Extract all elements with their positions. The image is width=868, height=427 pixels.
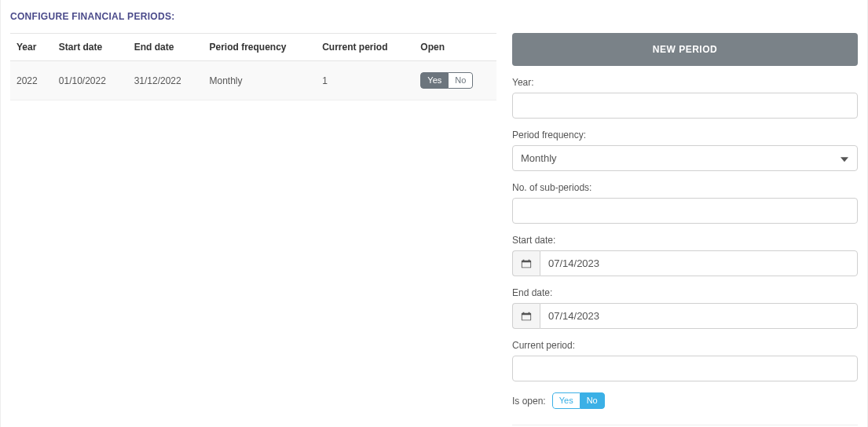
- content-row: Year Start date End date Period frequenc…: [10, 33, 858, 427]
- cell-period-frequency: Monthly: [203, 61, 316, 100]
- col-current-period: Current period: [316, 34, 414, 61]
- year-input[interactable]: [512, 93, 858, 119]
- col-end-date: End date: [128, 34, 203, 61]
- is-open-no[interactable]: No: [580, 392, 605, 409]
- sub-periods-input[interactable]: [512, 198, 858, 224]
- label-is-open: Is open:: [512, 396, 546, 407]
- is-open-yes[interactable]: Yes: [552, 392, 580, 409]
- start-date-input[interactable]: [540, 250, 858, 276]
- group-current-period: Current period:: [512, 340, 858, 381]
- calendar-icon[interactable]: [512, 303, 540, 329]
- select-wrap: Monthly: [512, 145, 858, 171]
- page: CONFIGURE FINANCIAL PERIODS: Year Start …: [0, 0, 868, 427]
- current-period-input[interactable]: [512, 356, 858, 381]
- end-date-input[interactable]: [540, 303, 858, 329]
- end-date-input-group: [512, 303, 858, 329]
- panel-header: NEW PERIOD: [512, 33, 858, 66]
- group-period-frequency: Period frequency: Monthly: [512, 130, 858, 171]
- row-open-toggle: Yes No: [420, 72, 473, 89]
- group-sub-periods: No. of sub-periods:: [512, 182, 858, 224]
- group-year: Year:: [512, 77, 858, 119]
- cell-start-date: 01/10/2022: [53, 61, 128, 100]
- table-row[interactable]: 2022 01/10/2022 31/12/2022 Monthly 1 Yes…: [10, 61, 496, 100]
- cell-current-period: 1: [316, 61, 414, 100]
- row-open-yes[interactable]: Yes: [420, 72, 449, 89]
- col-open: Open: [414, 34, 496, 61]
- periods-table: Year Start date End date Period frequenc…: [10, 33, 496, 100]
- label-start-date: Start date:: [512, 235, 858, 246]
- group-end-date: End date:: [512, 287, 858, 329]
- is-open-toggle: Yes No: [552, 392, 605, 409]
- cell-open: Yes No: [414, 61, 496, 100]
- calendar-icon[interactable]: [512, 250, 540, 276]
- period-frequency-select[interactable]: Monthly: [512, 145, 858, 171]
- cell-year: 2022: [10, 61, 53, 100]
- col-year: Year: [10, 34, 53, 61]
- periods-list-panel: Year Start date End date Period frequenc…: [10, 33, 496, 427]
- row-open-no[interactable]: No: [449, 72, 473, 89]
- group-is-open: Is open: Yes No: [512, 392, 858, 409]
- label-sub-periods: No. of sub-periods:: [512, 182, 858, 193]
- col-start-date: Start date: [53, 34, 128, 61]
- cell-end-date: 31/12/2022: [128, 61, 203, 100]
- label-current-period: Current period:: [512, 340, 858, 351]
- label-period-frequency: Period frequency:: [512, 130, 858, 141]
- page-title: CONFIGURE FINANCIAL PERIODS:: [10, 11, 858, 22]
- label-year: Year:: [512, 77, 858, 88]
- col-period-frequency: Period frequency: [203, 34, 316, 61]
- group-start-date: Start date:: [512, 235, 858, 276]
- start-date-input-group: [512, 250, 858, 276]
- label-end-date: End date:: [512, 287, 858, 298]
- form-panel: NEW PERIOD Year: Period frequency: Month…: [512, 33, 858, 427]
